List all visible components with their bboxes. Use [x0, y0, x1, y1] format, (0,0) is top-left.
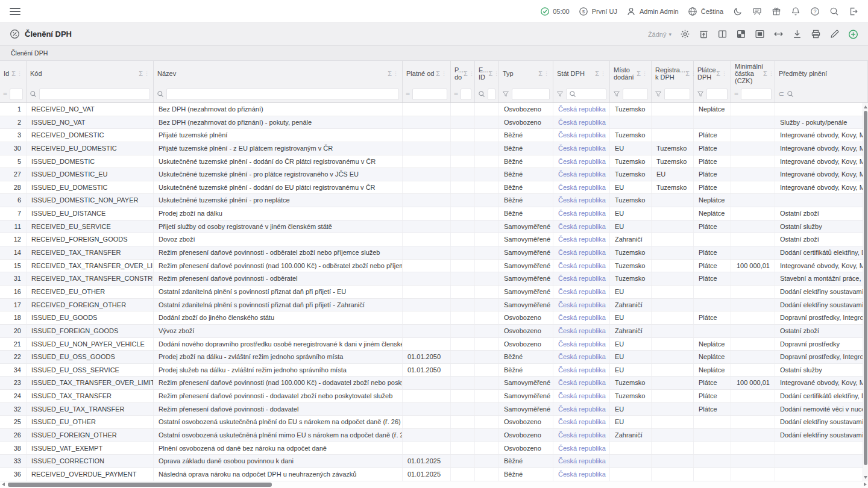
table-row[interactable]: 28ISSUED_EU_DOMESTICUskutečněné tuzemské… — [0, 181, 868, 195]
cell-stat-dph[interactable]: Česká republika — [553, 260, 610, 272]
cell-stat-dph[interactable]: Česká republika — [553, 429, 610, 442]
column-header-min-castka[interactable]: Minimální částka (CZK)Σ⋮ — [731, 61, 775, 86]
add-icon[interactable] — [848, 29, 858, 39]
funnel-icon[interactable] — [556, 90, 564, 98]
filter-input[interactable] — [39, 89, 150, 100]
filter-input[interactable] — [10, 89, 23, 100]
column-menu-icon[interactable]: ⋮ — [144, 70, 149, 77]
filter-input[interactable] — [664, 89, 690, 100]
cell-stat-dph[interactable]: Česká republika — [553, 299, 610, 311]
language-selector[interactable]: Čeština — [688, 6, 723, 16]
table-row[interactable]: 5ISSUED_DOMESTICUskutečněné tuzemské pln… — [0, 155, 868, 169]
cell-stat-dph[interactable]: Česká republika — [553, 233, 610, 246]
sum-icon[interactable]: Σ — [595, 70, 599, 77]
tab-cleneni-dph[interactable]: Členění DPH — [11, 49, 48, 57]
column-header-registrace-dph[interactable]: Registra... k DPHΣ⋮ — [652, 61, 694, 86]
table-row[interactable]: 16RECEIVED_EU_OTHEROstatní zdanitelná pl… — [0, 286, 868, 299]
column-header-platne-do[interactable]: P... doΣ⋮ — [451, 61, 475, 86]
cell-stat-dph[interactable]: Česká republika — [553, 468, 610, 481]
table-row[interactable]: 15RECEIVED_TAX_TRANSFER_OVER_LIMITRežim … — [0, 260, 868, 273]
column-menu-icon[interactable]: ⋮ — [722, 70, 727, 77]
sum-icon[interactable]: Σ — [637, 70, 641, 77]
scroll-down-arrow[interactable] — [864, 476, 867, 479]
cell-stat-dph[interactable]: Česká republika — [553, 116, 610, 129]
filter-input[interactable] — [412, 89, 447, 100]
session-timer[interactable]: 05:00 — [539, 6, 570, 16]
table-row[interactable]: 25ISSUED_EU_OTHEROstatní osvobozená usku… — [0, 416, 868, 429]
company-selector[interactable]: $ První UJ — [579, 6, 617, 16]
table-row[interactable]: 21ISSUED_EU_NON_PAYER_VEHICLEDodání nové… — [0, 338, 868, 351]
cell-stat-dph[interactable]: Česká republika — [553, 181, 610, 194]
filter-input[interactable] — [166, 89, 399, 100]
cell-stat-dph[interactable]: Česká republika — [553, 168, 610, 181]
gift-icon[interactable] — [771, 6, 781, 16]
filter-input[interactable] — [488, 89, 495, 100]
cell-stat-dph[interactable]: Česká republika — [553, 221, 610, 233]
filter-input[interactable] — [623, 89, 648, 100]
cell-stat-dph[interactable]: Česká republika — [553, 103, 610, 116]
billboard-icon[interactable] — [752, 6, 762, 16]
table-row[interactable]: 1RECEIVED_NO_VATBez DPH (nezahrnovat do … — [0, 103, 868, 116]
table-row[interactable]: 24ISSUED_TAX_TRANSFERRežim přenesení daň… — [0, 390, 868, 403]
cell-stat-dph[interactable]: Česká republika — [553, 351, 610, 363]
column-menu-icon[interactable]: ⋮ — [769, 70, 774, 77]
cell-stat-dph[interactable]: Česká republika — [553, 442, 610, 455]
column-header-nazev[interactable]: NázevΣ⋮ — [154, 61, 403, 86]
scroll-up-arrow[interactable] — [864, 105, 867, 108]
cell-stat-dph[interactable]: Česká republika — [553, 194, 610, 207]
sum-icon[interactable]: Σ — [489, 70, 493, 77]
funnel-icon[interactable] — [655, 90, 662, 98]
table-row[interactable]: 12RECEIVED_FOREIGN_GOODSDovoz zbožíSamov… — [0, 233, 868, 246]
vertical-scrollbar[interactable] — [863, 103, 868, 481]
column-header-stat-dph[interactable]: Stát DPHΣ⋮ — [553, 61, 610, 86]
table-row[interactable]: 27ISSUED_DOMESTIC_EUUskutečněné tuzemské… — [0, 168, 868, 181]
table-row[interactable]: 14RECEIVED_TAX_TRANSFERRežim přenesení d… — [0, 246, 868, 260]
table-row[interactable]: 2ISSUED_NO_VATBez DPH (nezahrnovat do př… — [0, 116, 868, 130]
table-row[interactable]: 23ISSUED_TAX_TRANSFER_OVER_LIMITRežim př… — [0, 377, 868, 390]
funnel-icon[interactable] — [502, 90, 509, 98]
user-menu[interactable]: Admin Admin — [626, 6, 679, 16]
horizontal-scrollbar[interactable] — [0, 481, 868, 488]
cell-stat-dph[interactable]: Česká republika — [553, 377, 610, 389]
table-row[interactable]: 17RECEIVED_FOREIGN_OTHEROstatní zdanitel… — [0, 299, 868, 312]
table-row[interactable]: 33ISSUED_CORRECTIONOprava základu daně o… — [0, 455, 868, 468]
table-row[interactable]: 11RECEIVED_EU_SERVICEPřijetí služby od o… — [0, 221, 868, 234]
filter-input[interactable] — [741, 89, 772, 100]
download-icon[interactable] — [792, 29, 802, 39]
table-row[interactable]: 32ISSUED_EU_TAX_TRANSFERRežim přenesení … — [0, 403, 868, 416]
table-row[interactable]: 20ISSUED_FOREIGN_GOODSVývoz zbožíOsvoboz… — [0, 325, 868, 338]
filter-input[interactable] — [461, 89, 471, 100]
view-selector[interactable]: Žádný ▾ — [648, 31, 671, 38]
settings-icon[interactable] — [680, 29, 690, 39]
cell-stat-dph[interactable]: Česká republika — [553, 129, 610, 142]
column-header-kod[interactable]: KódΣ⋮ — [27, 61, 154, 86]
cell-stat-dph[interactable]: Česká republika — [553, 311, 610, 324]
filter-input[interactable] — [512, 89, 550, 100]
cell-stat-dph[interactable]: Česká republika — [553, 416, 610, 428]
column-header-misto-dodani[interactable]: Místo dodáníΣ⋮ — [610, 61, 652, 86]
column-menu-icon[interactable]: ⋮ — [441, 70, 447, 77]
sum-icon[interactable]: Σ — [11, 70, 16, 77]
cell-stat-dph[interactable]: Česká republika — [553, 455, 610, 468]
filter-input[interactable] — [566, 89, 606, 100]
table-row[interactable]: 31RECEIVED_TAX_TRANSFER_CONSTRUCTIONReži… — [0, 272, 868, 286]
cell-stat-dph[interactable]: Česká republika — [553, 207, 610, 220]
table-row[interactable]: 26ISSUED_FOREIGN_OTHEROstatní osvobozená… — [0, 429, 868, 442]
table-row[interactable]: 22ISSUED_EU_OSS_GOODSProdej zboží na dál… — [0, 351, 868, 364]
menu-icon[interactable] — [10, 8, 20, 15]
sum-icon[interactable]: Σ — [763, 70, 767, 77]
sum-icon[interactable]: Σ — [436, 70, 440, 77]
sum-icon[interactable]: Σ — [685, 70, 690, 77]
fit-width-icon[interactable] — [773, 29, 784, 39]
cell-stat-dph[interactable]: Česká republika — [553, 325, 610, 337]
search-icon[interactable] — [829, 6, 839, 16]
funnel-icon[interactable] — [613, 90, 620, 98]
sum-icon[interactable]: Σ — [388, 70, 392, 77]
column-header-externi-id[interactable]: E... IDΣ⋮ — [475, 61, 499, 86]
column-header-platne-od[interactable]: Platné odΣ⋮ — [403, 61, 451, 86]
sum-icon[interactable]: Σ — [538, 70, 542, 77]
cell-stat-dph[interactable]: Česká republika — [553, 403, 610, 416]
table-row[interactable]: 34ISSUED_EU_OSS_SERVICEProdej služeb na … — [0, 364, 868, 377]
table-row[interactable]: 38ISSUED_VAT_EXEMPTPlnění osvobozená od … — [0, 442, 868, 455]
column-header-platce-dph[interactable]: Plátce DPHΣ⋮ — [694, 61, 731, 86]
